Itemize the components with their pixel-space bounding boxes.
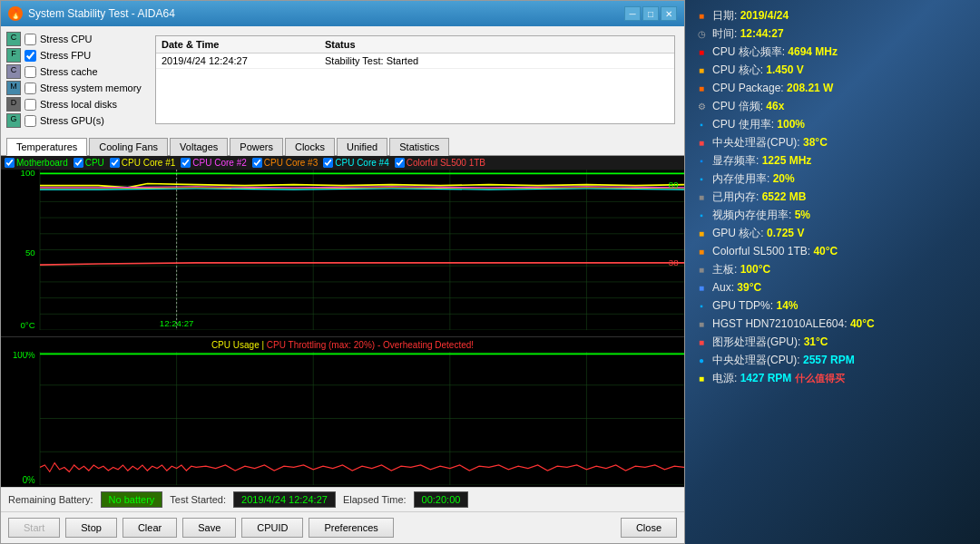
window-title: System Stability Test - AIDA64: [28, 7, 175, 20]
stress-memory-option: M Stress system memory: [6, 81, 152, 95]
stress-fpu-option: F Stress FPU: [6, 48, 152, 63]
stress-disks-checkbox[interactable]: [24, 99, 36, 111]
cpu-pkg-icon: ■: [694, 81, 709, 95]
test-started-label: Test Started:: [170, 494, 226, 505]
remaining-battery-value: No battery: [101, 491, 163, 508]
test-started-value: 2019/4/24 12:24:27: [233, 491, 336, 508]
stress-memory-label: Stress system memory: [40, 83, 142, 93]
save-button[interactable]: Save: [182, 518, 236, 538]
stress-memory-checkbox[interactable]: [24, 83, 36, 94]
cpu-freq-icon: ■: [694, 44, 709, 59]
legend-core4: CPU Core #4: [323, 158, 388, 168]
log-datetime: 2019/4/24 12:24:27: [162, 55, 325, 66]
cpu-volt-label: CPU 核心:: [712, 63, 766, 76]
legend-core3-checkbox[interactable]: [252, 158, 262, 168]
stress-fpu-checkbox[interactable]: [24, 50, 36, 62]
legend-core1: CPU Core #1: [110, 158, 175, 168]
legend-core2: CPU Core #2: [181, 158, 246, 168]
tab-voltages[interactable]: Voltages: [170, 138, 228, 156]
cpuid-button[interactable]: CPUID: [241, 518, 303, 538]
vram-usage-value: 5%: [795, 209, 810, 221]
stop-button[interactable]: Stop: [65, 518, 117, 538]
cache-icon: C: [6, 64, 21, 79]
vram-freq-value: 1225 MHz: [762, 154, 812, 167]
gpu-tdp-value: 14%: [776, 299, 798, 312]
stat-mem-usage: ▪ 内存使用率: 20%: [694, 170, 971, 187]
cpu-freq-value: 4694 MHz: [788, 45, 838, 58]
legend-cpu: CPU: [74, 158, 104, 168]
watermark: 什么值得买: [795, 373, 845, 384]
legend-core1-checkbox[interactable]: [110, 158, 120, 168]
gpu-temp-icon: ■: [694, 335, 709, 349]
stat-gpu-temp: ■ 图形处理器(GPU): 31°C: [694, 334, 971, 350]
stress-cpu-option: C Stress CPU: [6, 32, 152, 46]
vram-usage-icon: ▪: [694, 208, 709, 222]
cpu-pkg-value: 208.21 W: [787, 82, 833, 94]
stress-gpu-checkbox[interactable]: [24, 115, 36, 127]
stat-aux-temp: ■ Aux: 39°C: [694, 279, 971, 296]
svg-text:0%: 0%: [23, 474, 35, 485]
cpu-freq-label: CPU 核心频率:: [712, 45, 788, 58]
legend-core4-checkbox[interactable]: [323, 158, 333, 168]
usage-chart-svg: 100% 0% 100% 13%: [1, 352, 684, 485]
log-header: Date & Time Status: [156, 36, 674, 53]
psu-fan-value: 1427 RPM: [740, 372, 792, 384]
svg-text:12:24:27: 12:24:27: [160, 317, 194, 327]
close-button[interactable]: Close: [621, 518, 677, 538]
tab-cooling-fans[interactable]: Cooling Fans: [89, 138, 168, 156]
memory-icon: M: [6, 81, 21, 95]
title-bar: 🔥 System Stability Test - AIDA64 ─ □ ✕: [1, 1, 684, 26]
window-controls: ─ □ ✕: [624, 6, 677, 21]
vram-freq-label: 显存频率:: [712, 154, 762, 167]
tab-unified[interactable]: Unified: [337, 138, 387, 156]
tab-temperatures[interactable]: Temperatures: [6, 138, 87, 156]
close-window-button[interactable]: ✕: [661, 6, 677, 21]
vram-usage-label: 视频内存使用率:: [712, 209, 795, 221]
mem-usage-value: 20%: [773, 172, 795, 185]
tab-powers[interactable]: Powers: [230, 138, 283, 156]
svg-text:50: 50: [25, 248, 35, 257]
date-icon: ■: [694, 8, 709, 23]
stat-cpu-multi: ⚙ CPU 倍频: 46x: [694, 98, 971, 114]
title-bar-left: 🔥 System Stability Test - AIDA64: [8, 6, 175, 21]
mem-usage-label: 内存使用率:: [712, 172, 773, 185]
stress-gpu-label: Stress GPU(s): [40, 115, 104, 126]
date-label: 日期:: [712, 9, 740, 22]
maximize-button[interactable]: □: [642, 6, 659, 21]
stat-ssd-temp: ■ Colorful SL500 1TB: 40°C: [694, 243, 971, 259]
tab-clocks[interactable]: Clocks: [285, 138, 335, 156]
stat-psu-fan: ■ 电源: 1427 RPM 什么值得买: [694, 370, 971, 386]
options-area: C Stress CPU F Stress FPU C Stress cache…: [1, 26, 684, 133]
svg-text:0°C: 0°C: [20, 320, 34, 330]
legend-core2-checkbox[interactable]: [181, 158, 191, 168]
stress-disks-option: D Stress local disks: [6, 97, 152, 112]
aux-temp-value: 39°C: [737, 281, 761, 294]
minimize-button[interactable]: ─: [624, 6, 641, 21]
mobo-temp-icon: ■: [694, 262, 709, 277]
stat-cpu-package: ■ CPU Package: 208.21 W: [694, 80, 971, 96]
stress-gpu-option: G Stress GPU(s): [6, 113, 152, 128]
stat-hdd-temp: ■ HGST HDN721010ALE604: 40°C: [694, 316, 971, 332]
legend-motherboard-checkbox[interactable]: [5, 158, 15, 168]
cpu-multi-value: 46x: [766, 100, 784, 112]
gpu-tdp-icon: ▪: [694, 298, 709, 313]
clear-button[interactable]: Clear: [122, 518, 177, 538]
start-button[interactable]: Start: [8, 518, 60, 538]
cpu-multi-icon: ⚙: [694, 99, 709, 113]
stress-cache-checkbox[interactable]: [24, 66, 36, 78]
status-bar: Remaining Battery: No battery Test Start…: [1, 487, 684, 511]
stress-cpu-checkbox[interactable]: [24, 34, 36, 45]
stat-mobo-temp: ■ 主板: 100°C: [694, 261, 971, 277]
cpu-volt-icon: ■: [694, 63, 709, 77]
preferences-button[interactable]: Preferences: [309, 518, 393, 538]
gpu-temp-value: 31°C: [804, 335, 828, 348]
cpu-volt-value: 1.450 V: [766, 63, 803, 76]
legend-core3: CPU Core #3: [252, 158, 318, 168]
legend-cpu-checkbox[interactable]: [74, 158, 83, 168]
legend-ssd-checkbox[interactable]: [395, 158, 405, 168]
stat-cpu-usage: ▪ CPU 使用率: 100%: [694, 116, 971, 132]
tab-statistics[interactable]: Statistics: [389, 138, 449, 156]
log-col-datetime: Date & Time: [162, 39, 325, 50]
app-icon: 🔥: [8, 6, 23, 21]
aida-window: 🔥 System Stability Test - AIDA64 ─ □ ✕ C…: [0, 0, 685, 544]
